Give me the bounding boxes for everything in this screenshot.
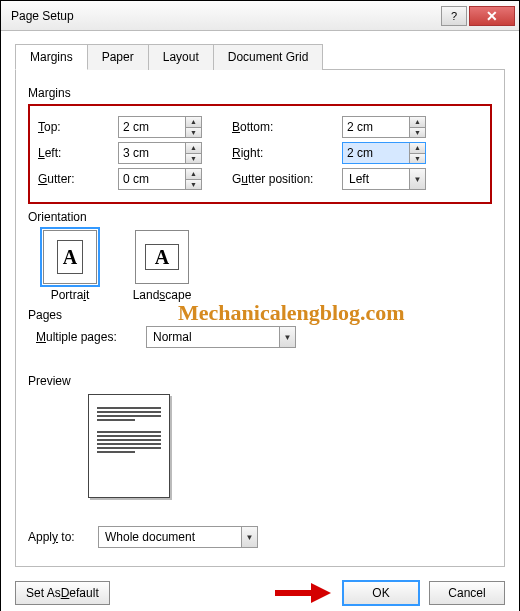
left-spinner[interactable]: ▲▼: [118, 142, 202, 164]
gutter-input[interactable]: [119, 169, 185, 189]
landscape-icon: A: [135, 230, 189, 284]
bottom-spinner[interactable]: ▲▼: [342, 116, 426, 138]
ok-button[interactable]: OK: [343, 581, 419, 605]
chevron-down-icon[interactable]: ▼: [409, 169, 425, 189]
right-spinner[interactable]: ▲▼: [342, 142, 426, 164]
multiple-pages-dropdown[interactable]: Normal ▼: [146, 326, 296, 348]
svg-marker-1: [311, 583, 331, 603]
margins-group: Top: ▲▼ Bottom: ▲▼ Left: ▲▼: [28, 104, 492, 204]
tab-paper[interactable]: Paper: [87, 44, 149, 70]
gutter-position-value: Left: [343, 169, 409, 189]
portrait-label: Portrait: [36, 288, 104, 302]
window-title: Page Setup: [11, 9, 441, 23]
gutter-position-dropdown[interactable]: Left ▼: [342, 168, 426, 190]
set-as-default-button[interactable]: Set As Default: [15, 581, 110, 605]
tab-panel-margins: Margins Top: ▲▼ Bottom: ▲▼ Left:: [15, 70, 505, 567]
top-input[interactable]: [119, 117, 185, 137]
multiple-pages-value: Normal: [147, 327, 279, 347]
spin-up-icon[interactable]: ▲: [186, 143, 201, 154]
tab-strip: Margins Paper Layout Document Grid: [15, 43, 505, 70]
apply-to-dropdown[interactable]: Whole document ▼: [98, 526, 258, 548]
help-button[interactable]: ?: [441, 6, 467, 26]
chevron-down-icon[interactable]: ▼: [241, 527, 257, 547]
orientation-portrait[interactable]: A Portrait: [36, 230, 104, 302]
spin-up-icon[interactable]: ▲: [410, 143, 425, 154]
apply-to-label: Apply to:: [28, 530, 98, 544]
page-setup-dialog: Page Setup ? ✕ Margins Paper Layout Docu…: [0, 0, 520, 611]
dialog-button-row: Set As Default OK Cancel: [15, 581, 505, 605]
spin-up-icon[interactable]: ▲: [410, 117, 425, 128]
chevron-down-icon[interactable]: ▼: [279, 327, 295, 347]
left-input[interactable]: [119, 143, 185, 163]
portrait-icon: A: [43, 230, 97, 284]
right-label: Right:: [232, 146, 342, 160]
tab-margins[interactable]: Margins: [15, 44, 88, 70]
spin-down-icon[interactable]: ▼: [186, 128, 201, 138]
spin-down-icon[interactable]: ▼: [410, 128, 425, 138]
orientation-group-label: Orientation: [28, 210, 492, 224]
arrow-annotation-icon: [273, 581, 333, 605]
preview-group-label: Preview: [28, 374, 492, 388]
title-bar[interactable]: Page Setup ? ✕: [1, 1, 519, 31]
tab-layout[interactable]: Layout: [148, 44, 214, 70]
gutter-spinner[interactable]: ▲▼: [118, 168, 202, 190]
close-button[interactable]: ✕: [469, 6, 515, 26]
tab-document-grid[interactable]: Document Grid: [213, 44, 324, 70]
gutter-position-label: Gutter position:: [232, 172, 342, 186]
gutter-label: Gutter:: [38, 172, 118, 186]
orientation-group: A Portrait A Landscape: [36, 230, 492, 302]
spin-up-icon[interactable]: ▲: [186, 169, 201, 180]
spin-down-icon[interactable]: ▼: [410, 154, 425, 164]
preview-page: [88, 394, 170, 498]
orientation-landscape[interactable]: A Landscape: [128, 230, 196, 302]
bottom-input[interactable]: [343, 117, 409, 137]
spin-up-icon[interactable]: ▲: [186, 117, 201, 128]
spin-down-icon[interactable]: ▼: [186, 154, 201, 164]
spin-down-icon[interactable]: ▼: [186, 180, 201, 190]
left-label: Left:: [38, 146, 118, 160]
right-input[interactable]: [343, 143, 409, 163]
bottom-label: Bottom:: [232, 120, 342, 134]
top-spinner[interactable]: ▲▼: [118, 116, 202, 138]
multiple-pages-label: Multiple pages:: [36, 330, 146, 344]
top-label: Top:: [38, 120, 118, 134]
apply-to-value: Whole document: [99, 527, 241, 547]
cancel-button[interactable]: Cancel: [429, 581, 505, 605]
margins-group-label: Margins: [28, 86, 492, 100]
